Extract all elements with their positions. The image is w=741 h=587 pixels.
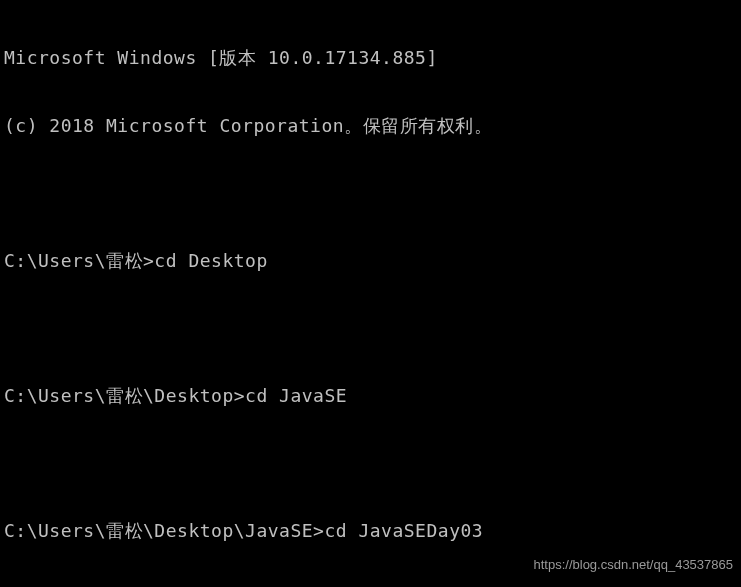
watermark-text: https://blog.csdn.net/qq_43537865: [534, 557, 734, 573]
blank-line: [4, 182, 737, 205]
command-cd-javase: C:\Users\雷松\Desktop>cd JavaSE: [4, 385, 737, 408]
command-cd-desktop: C:\Users\雷松>cd Desktop: [4, 250, 737, 273]
copyright-line: (c) 2018 Microsoft Corporation。保留所有权利。: [4, 115, 737, 138]
blank-line: [4, 452, 737, 475]
terminal-window[interactable]: Microsoft Windows [版本 10.0.17134.885] (c…: [4, 2, 737, 587]
blank-line: [4, 317, 737, 340]
windows-version-line: Microsoft Windows [版本 10.0.17134.885]: [4, 47, 737, 70]
command-cd-javaseday03: C:\Users\雷松\Desktop\JavaSE>cd JavaSEDay0…: [4, 520, 737, 543]
